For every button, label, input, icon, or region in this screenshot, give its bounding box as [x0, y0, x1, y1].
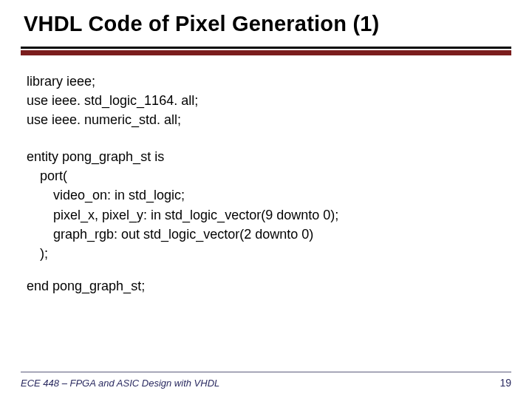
code-block: library ieee; use ieee. std_logic_1164. …: [21, 55, 511, 296]
slide-title: VHDL Code of Pixel Generation (1): [21, 7, 511, 44]
underline-thin: [21, 47, 511, 49]
code-line: end pong_graph_st;: [27, 276, 508, 296]
code-line: library ieee;: [27, 72, 508, 91]
slide-footer: ECE 448 – FPGA and ASIC Design with VHDL…: [21, 372, 511, 389]
code-line: use ieee. numeric_std. all;: [27, 110, 508, 129]
code-line: entity pong_graph_st is: [27, 147, 508, 166]
footer-course: ECE 448 – FPGA and ASIC Design with VHDL: [21, 378, 219, 389]
code-line: pixel_x, pixel_y: in std_logic_vector(9 …: [27, 205, 508, 225]
code-line: graph_rgb: out std_logic_vector(2 downto…: [27, 225, 508, 244]
code-line: use ieee. std_logic_1164. all;: [27, 91, 508, 110]
title-underline: [21, 47, 511, 55]
page-number: 19: [499, 377, 511, 389]
code-line: port(: [27, 166, 508, 185]
underline-thick: [21, 50, 511, 55]
code-line: );: [27, 244, 508, 263]
slide: VHDL Code of Pixel Generation (1) librar…: [0, 0, 532, 399]
code-line: video_on: in std_logic;: [27, 185, 508, 205]
footer-rule: [21, 372, 511, 372]
